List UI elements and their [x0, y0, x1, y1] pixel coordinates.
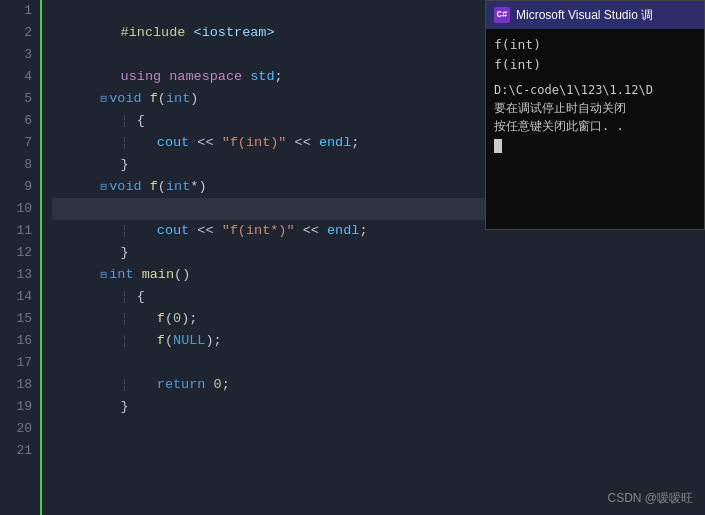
console-cursor-line: [494, 135, 696, 155]
line-num-8: 8: [0, 154, 32, 176]
line-num-4: 4: [0, 66, 32, 88]
console-body: f(int) f(int) D:\C-code\1\123\1.12\D 要在调…: [486, 29, 704, 161]
line-num-13: 13: [0, 264, 32, 286]
console-title: Microsoft Visual Studio 调: [516, 7, 653, 24]
editor-container: 1 2 3 4 5 6 7 8 9 10 11 12 13 14 15 16 1…: [0, 0, 705, 515]
line-num-11: 11: [0, 220, 32, 242]
line-num-10: 10: [0, 198, 32, 220]
line-num-20: 20: [0, 418, 32, 440]
console-output-2: f(int): [494, 55, 696, 75]
console-window: C# Microsoft Visual Studio 调 f(int) f(in…: [485, 0, 705, 230]
code-line-12: ⊟int main(): [52, 242, 705, 264]
line-num-17: 17: [0, 352, 32, 374]
code-line-16: [52, 330, 705, 352]
console-cursor: [494, 139, 502, 153]
console-titlebar: C# Microsoft Visual Studio 调: [486, 1, 704, 29]
line-num-2: 2: [0, 22, 32, 44]
code-line-21: [52, 440, 705, 462]
line-num-5: 5: [0, 88, 32, 110]
line-num-14: 14: [0, 286, 32, 308]
line-num-18: 18: [0, 374, 32, 396]
code-line-18: }: [52, 374, 705, 396]
code-line-19: [52, 396, 705, 418]
code-line-17: ¦ return 0;: [52, 352, 705, 374]
console-app-icon: C#: [494, 7, 510, 23]
console-msg2: 按任意键关闭此窗口. .: [494, 117, 696, 135]
code-line-13: ¦ {: [52, 264, 705, 286]
line-num-6: 6: [0, 110, 32, 132]
line-num-9: 9: [0, 176, 32, 198]
console-path: D:\C-code\1\123\1.12\D: [494, 81, 696, 99]
console-output-1: f(int): [494, 35, 696, 55]
line-num-15: 15: [0, 308, 32, 330]
code-line-15: ¦ f(NULL);: [52, 308, 705, 330]
line-num-19: 19: [0, 396, 32, 418]
line-numbers: 1 2 3 4 5 6 7 8 9 10 11 12 13 14 15 16 1…: [0, 0, 42, 515]
code-line-20: [52, 418, 705, 440]
code-line-14: ¦ f(0);: [52, 286, 705, 308]
line-num-7: 7: [0, 132, 32, 154]
line-num-21: 21: [0, 440, 32, 462]
line-num-3: 3: [0, 44, 32, 66]
csdn-watermark: CSDN @嗳嗳旺: [607, 490, 693, 507]
line-num-12: 12: [0, 242, 32, 264]
console-msg1: 要在调试停止时自动关闭: [494, 99, 696, 117]
line-num-1: 1: [0, 0, 32, 22]
line-num-16: 16: [0, 330, 32, 352]
